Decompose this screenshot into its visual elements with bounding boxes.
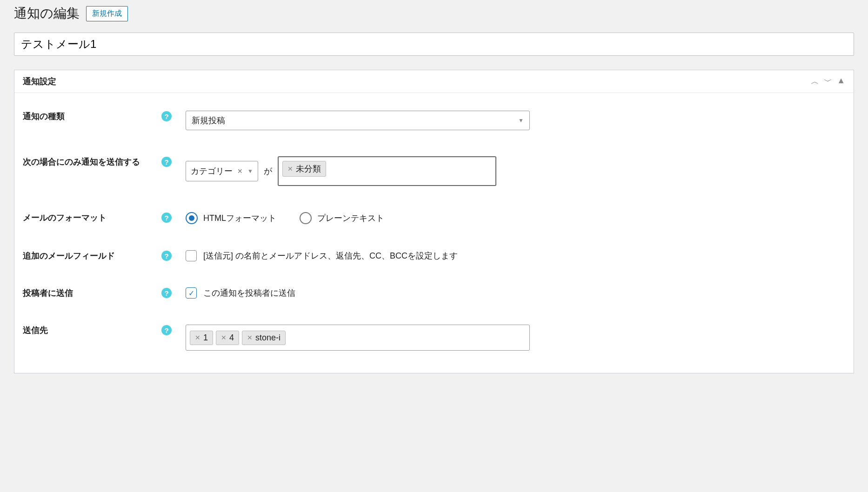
radio-icon [300,212,312,224]
help-icon[interactable]: ? [161,213,172,223]
recipients-tagbox[interactable]: ✕ 1 ✕ 4 ✕ stone-i [186,325,530,351]
help-icon[interactable]: ? [161,325,172,335]
metabox-title: 通知設定 [23,76,56,87]
remove-tag-icon[interactable]: ✕ [221,334,227,341]
checkbox-additional-fields[interactable]: [送信元] の名前とメールアドレス、返信先、CC、BCCを設定します [186,250,458,261]
condition-filter-value: カテゴリー [191,166,233,177]
caret-down-icon: ▼ [247,168,253,174]
checkbox-send-author[interactable]: ✓ この通知を投稿者に送信 [186,287,295,299]
chevron-up-icon[interactable]: ︿ [811,76,819,87]
metabox-header: 通知設定 ︿ ﹀ ▲ [14,70,854,93]
page-header: 通知の編集 新規作成 [14,5,854,22]
tag-label: 1 [203,333,208,343]
row-recipients: 送信先 ? ✕ 1 ✕ 4 ✕ [23,312,845,364]
condition-filter-select[interactable]: カテゴリー ✕ ▼ [186,161,258,181]
label-additional-fields: 追加のメールフィールド [23,250,115,261]
tag-label: 4 [229,333,234,343]
checkbox-icon: ✓ [186,287,197,299]
new-button[interactable]: 新規作成 [86,6,128,21]
row-notification-type: 通知の種類 ? 新規投稿 ▼ [23,98,845,143]
row-additional-fields: 追加のメールフィールド ? [送信元] の名前とメールアドレス、返信先、CC、B… [23,237,845,274]
tag-label: stone-i [255,333,280,343]
radio-html-format[interactable]: HTMLフォーマット [186,212,276,224]
chevron-down-icon[interactable]: ﹀ [824,76,832,87]
settings-metabox: 通知設定 ︿ ﹀ ▲ 通知の種類 ? 新規投稿 ▼ [14,70,854,373]
row-send-author: 投稿者に送信 ? ✓ この通知を投稿者に送信 [23,274,845,312]
help-icon[interactable]: ? [161,111,172,121]
recipient-tag[interactable]: ✕ stone-i [242,331,286,345]
remove-tag-icon[interactable]: ✕ [247,334,253,341]
condition-value-tagbox[interactable]: ✕ 未分類 [278,156,496,186]
recipient-tag[interactable]: ✕ 1 [190,331,213,345]
condition-connector: が [264,166,272,177]
notification-title-input[interactable] [14,33,854,56]
radio-label-text: プレーンテキスト [317,213,384,224]
remove-tag-icon[interactable]: ✕ [287,165,293,173]
row-mail-format: メールのフォーマット ? HTMLフォーマット プレーンテキスト [23,199,845,237]
checkbox-icon [186,250,197,261]
clear-icon[interactable]: ✕ [237,167,243,175]
checkbox-label-text: この通知を投稿者に送信 [203,287,295,299]
condition-tag[interactable]: ✕ 未分類 [282,161,326,177]
label-recipients: 送信先 [23,325,48,336]
recipient-tag[interactable]: ✕ 4 [216,331,239,345]
help-icon[interactable]: ? [161,251,172,261]
help-icon[interactable]: ? [161,288,172,298]
caret-up-icon[interactable]: ▲ [837,76,845,87]
row-condition: 次の場合にのみ通知を送信する ? カテゴリー ✕ ▼ が ✕ 未分類 [23,143,845,199]
label-send-author: 投稿者に送信 [23,287,73,299]
page-title: 通知の編集 [14,5,80,22]
radio-plain-format[interactable]: プレーンテキスト [300,212,384,224]
radio-label-text: HTMLフォーマット [203,213,276,224]
label-notification-type: 通知の種類 [23,111,65,122]
remove-tag-icon[interactable]: ✕ [195,334,200,341]
label-mail-format: メールのフォーマット [23,212,107,223]
radio-icon [186,212,198,224]
notification-type-value: 新規投稿 [192,115,225,126]
caret-down-icon: ▼ [518,117,524,124]
tag-label: 未分類 [296,163,321,174]
checkbox-label-text: [送信元] の名前とメールアドレス、返信先、CC、BCCを設定します [203,250,458,261]
label-condition: 次の場合にのみ通知を送信する [23,156,140,167]
notification-type-select[interactable]: 新規投稿 ▼ [186,111,530,130]
help-icon[interactable]: ? [161,157,172,167]
